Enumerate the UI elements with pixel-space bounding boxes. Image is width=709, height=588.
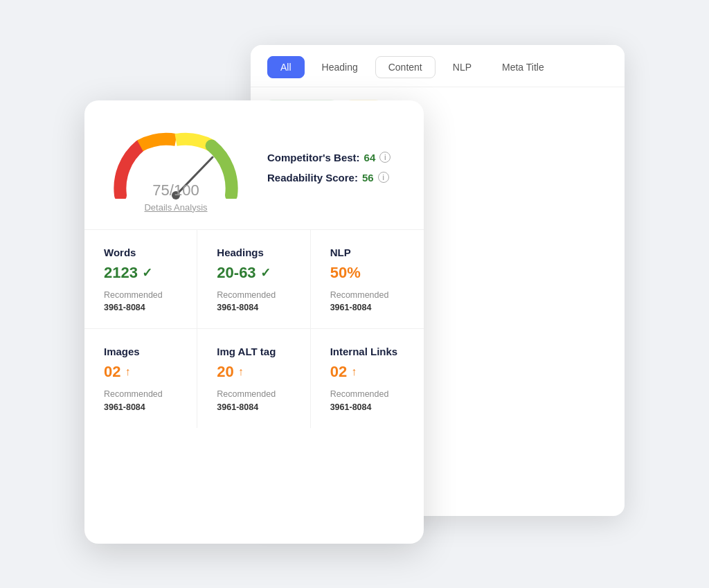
metric-recommended-value: 3961-8084 — [104, 301, 183, 314]
metric-cell-words: Words2123✓Recommended 3961-8084 — [84, 230, 197, 330]
gauge-details-link[interactable]: Details Analysis — [144, 202, 207, 213]
readability-row: Readability Score: 56 i — [267, 172, 391, 184]
gauge-max: 100 — [174, 181, 199, 199]
gauge-section: 75/100 Details Analysis Competitor's Bes… — [84, 100, 424, 230]
gauge-score: 75/100 — [152, 178, 199, 200]
metric-cell-internal-links: Internal Links02↑Recommended 3961-8084 — [311, 329, 424, 428]
metric-recommended-value: 3961-8084 — [104, 401, 183, 414]
readability-value: 56 — [362, 172, 374, 184]
tab-content[interactable]: Content — [375, 56, 436, 78]
check-icon: ✓ — [142, 265, 152, 280]
metric-value-text: 20 — [217, 363, 233, 381]
metric-cell-img-alt-tag: Img ALT tag20↑Recommended 3961-8084 — [197, 329, 310, 428]
gauge-score-value: 75 — [152, 181, 169, 199]
metric-value: 20-63✓ — [217, 264, 296, 282]
metric-recommended-value: 3961-8084 — [330, 301, 410, 314]
tabs-bar: All Heading Content NLP Meta Title — [251, 45, 625, 87]
gauge-info: Competitor's Best: 64 i Readability Scor… — [267, 152, 391, 184]
competitor-best-label: Competitor's Best: — [267, 152, 360, 163]
metric-label: Img ALT tag — [217, 346, 296, 357]
arrow-up-icon: ↑ — [238, 366, 244, 378]
scene: All Heading Content NLP Meta Title write… — [84, 45, 625, 544]
metrics-grid: Words2123✓Recommended 3961-8084Headings2… — [84, 230, 424, 428]
analysis-panel: 75/100 Details Analysis Competitor's Bes… — [84, 100, 424, 544]
metric-value: 02↑ — [330, 363, 410, 381]
metric-cell-images: Images02↑Recommended 3961-8084 — [84, 329, 197, 428]
metric-recommended: Recommended 3961-8084 — [330, 289, 410, 315]
tab-meta-title[interactable]: Meta Title — [489, 56, 557, 78]
check-icon: ✓ — [260, 265, 271, 280]
metric-value: 50% — [330, 264, 410, 282]
gauge-container: 75/100 Details Analysis — [107, 123, 245, 213]
metric-value: 20↑ — [217, 363, 296, 381]
metric-recommended: Recommended 3961-8084 — [104, 289, 183, 315]
metric-recommended-value: 3961-8084 — [330, 401, 410, 414]
arrow-up-icon: ↑ — [125, 366, 130, 378]
arrow-up-icon: ↑ — [351, 366, 357, 378]
metric-label: Images — [104, 346, 183, 357]
competitor-info-icon[interactable]: i — [379, 152, 391, 163]
metric-recommended: Recommended 3961-8084 — [217, 289, 296, 315]
tab-nlp[interactable]: NLP — [440, 56, 485, 78]
metric-value-text: 02 — [330, 363, 347, 381]
metric-recommended: Recommended 3961-8084 — [104, 388, 183, 414]
metric-recommended-value: 3961-8084 — [217, 301, 296, 314]
metric-label: Words — [104, 247, 183, 258]
competitor-best-value: 64 — [364, 152, 376, 163]
metric-value: 02↑ — [104, 363, 183, 381]
tab-heading[interactable]: Heading — [309, 56, 371, 78]
readability-info-icon[interactable]: i — [378, 172, 389, 183]
readability-label: Readability Score: — [267, 172, 358, 184]
metric-recommended: Recommended 3961-8084 — [217, 388, 296, 414]
metric-label: Internal Links — [330, 346, 410, 357]
metric-cell-headings: Headings20-63✓Recommended 3961-8084 — [197, 230, 310, 330]
metric-label: NLP — [330, 247, 410, 258]
metric-value: 2123✓ — [104, 264, 183, 282]
metric-cell-nlp: NLP50%Recommended 3961-8084 — [311, 230, 424, 330]
tab-all[interactable]: All — [267, 56, 305, 78]
metric-value-text: 20-63 — [217, 264, 255, 282]
metric-value-text: 02 — [104, 363, 120, 381]
metric-value-text: 2123 — [104, 264, 138, 282]
competitor-best-row: Competitor's Best: 64 i — [267, 152, 391, 163]
metric-label: Headings — [217, 247, 296, 258]
metric-recommended-value: 3961-8084 — [217, 401, 296, 414]
metric-value-text: 50% — [330, 264, 361, 282]
metric-recommended: Recommended 3961-8084 — [330, 388, 410, 414]
